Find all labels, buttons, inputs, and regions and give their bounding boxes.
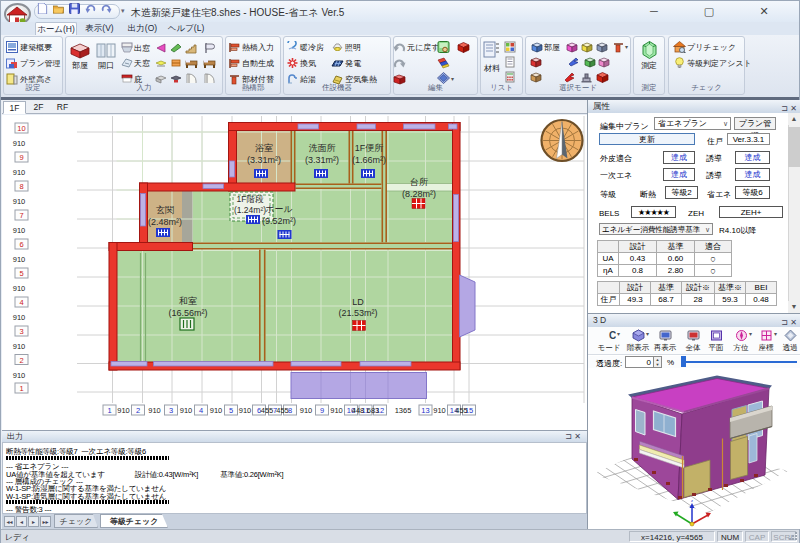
svg-text:玄関: 玄関: [156, 205, 174, 215]
svg-text:910: 910: [13, 255, 26, 264]
svg-text:(8.28m²): (8.28m²): [402, 189, 436, 199]
svg-text:洗面所: 洗面所: [309, 143, 336, 153]
svg-text:浴室: 浴室: [255, 143, 273, 153]
svg-text:4: 4: [19, 298, 23, 307]
svg-text:1: 1: [19, 384, 23, 393]
svg-text:683: 683: [367, 406, 380, 415]
svg-text:1365: 1365: [395, 406, 412, 415]
svg-text:910: 910: [180, 406, 193, 415]
svg-text:910: 910: [13, 168, 26, 177]
svg-text:910: 910: [239, 406, 252, 415]
svg-text:910: 910: [13, 313, 26, 322]
svg-text:455: 455: [276, 406, 289, 415]
svg-text:和室: 和室: [179, 296, 197, 306]
svg-text:台所: 台所: [410, 177, 428, 187]
svg-text:910: 910: [13, 139, 26, 148]
svg-text:LD: LD: [352, 297, 364, 307]
svg-text:2: 2: [136, 406, 140, 415]
svg-text:(2.48m²): (2.48m²): [148, 217, 182, 227]
svg-text:(9.52m²): (9.52m²): [262, 216, 296, 226]
svg-text:9: 9: [320, 406, 324, 415]
svg-text:910: 910: [300, 406, 313, 415]
svg-text:910: 910: [13, 342, 26, 351]
svg-text:910: 910: [13, 197, 26, 206]
svg-text:9: 9: [19, 153, 23, 162]
svg-text:6: 6: [19, 240, 23, 249]
svg-text:5: 5: [229, 406, 233, 415]
svg-text:(16.56m²): (16.56m²): [168, 308, 207, 318]
svg-text:910: 910: [433, 406, 446, 415]
svg-text:3: 3: [169, 406, 173, 415]
svg-text:(1.66m²): (1.66m²): [352, 155, 386, 165]
svg-text:455: 455: [261, 406, 274, 415]
svg-text:3: 3: [19, 327, 23, 336]
svg-text:5: 5: [19, 269, 23, 278]
svg-text:(21.53m²): (21.53m²): [338, 308, 377, 318]
svg-text:10: 10: [17, 124, 25, 133]
svg-text:8: 8: [19, 182, 23, 191]
svg-text:ホール: ホール: [265, 204, 292, 214]
svg-text:1F便所: 1F便所: [355, 143, 384, 153]
svg-text:z: z: [691, 498, 693, 503]
svg-text:910: 910: [13, 371, 26, 380]
svg-text:1: 1: [107, 406, 111, 415]
svg-text:(1.24m²): (1.24m²): [234, 205, 266, 215]
svg-text:910: 910: [13, 226, 26, 235]
svg-text:(3.31m²): (3.31m²): [247, 155, 281, 165]
svg-text:4: 4: [199, 406, 203, 415]
svg-text:448: 448: [352, 406, 365, 415]
svg-text:7: 7: [19, 211, 23, 220]
svg-text:(3.31m²): (3.31m²): [305, 155, 339, 165]
svg-text:1F階段: 1F階段: [237, 194, 264, 204]
svg-text:910: 910: [117, 406, 130, 415]
svg-text:C: C: [609, 330, 616, 341]
svg-text:13: 13: [421, 406, 429, 415]
svg-text:910: 910: [13, 284, 26, 293]
svg-text:910: 910: [330, 406, 343, 415]
svg-text:910: 910: [210, 406, 223, 415]
svg-text:2: 2: [19, 356, 23, 365]
svg-text:910: 910: [148, 406, 161, 415]
svg-text:455: 455: [455, 406, 468, 415]
